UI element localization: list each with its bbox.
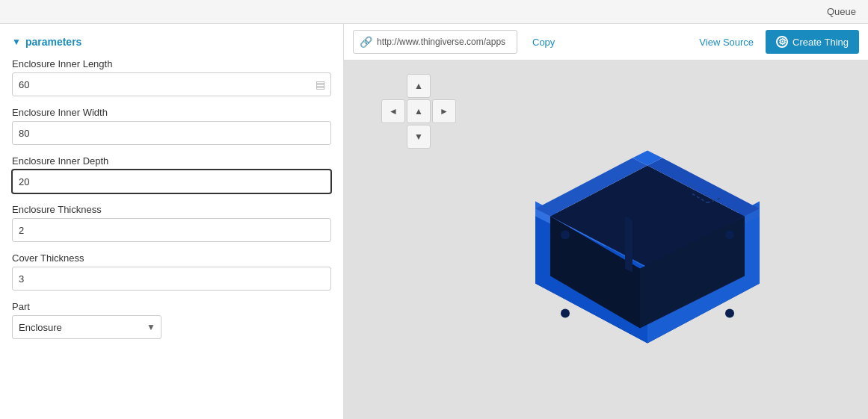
right-panel: 🔗 http://www.thingiverse.com/apps Copy V… (344, 24, 868, 419)
field-group-width: Enclosure Inner Width (12, 107, 331, 145)
svg-point-14 (561, 231, 570, 240)
nav-empty-3 (381, 125, 405, 149)
field-group-cover-thickness: Cover Thickness (12, 252, 331, 291)
nav-center-button[interactable]: ▲ (407, 99, 431, 123)
nav-right-button[interactable]: ► (432, 99, 456, 123)
parameters-label: parameters (25, 36, 82, 48)
label-enclosure-inner-width: Enclosure Inner Width (12, 107, 331, 118)
svg-point-15 (725, 231, 734, 240)
chevron-down-icon: ▼ (12, 37, 21, 47)
left-panel: ▼ parameters Enclosure Inner Length ▤ En… (0, 24, 344, 419)
viewport: ▲ ◄ ▲ ► ▼ (344, 60, 868, 419)
svg-point-16 (561, 309, 570, 318)
create-thing-label: Create Thing (792, 37, 849, 48)
url-box: 🔗 http://www.thingiverse.com/apps (353, 30, 517, 54)
enclosure-inner-depth-input[interactable] (12, 170, 331, 193)
svg-point-17 (725, 309, 734, 318)
create-thing-icon: ⚙ (776, 36, 788, 48)
toolbar-row: 🔗 http://www.thingiverse.com/apps Copy V… (344, 24, 868, 60)
part-select-wrapper: Enclosure Cover Both ▼ (12, 315, 161, 339)
label-enclosure-inner-length: Enclosure Inner Length (12, 58, 331, 69)
enclosure-thickness-input[interactable] (12, 218, 331, 242)
label-cover-thickness: Cover Thickness (12, 252, 331, 264)
part-select[interactable]: Enclosure Cover Both (12, 315, 161, 339)
url-text: http://www.thingiverse.com/apps (377, 37, 505, 47)
enclosure-inner-width-input[interactable] (12, 121, 331, 145)
main-layout: ▼ parameters Enclosure Inner Length ▤ En… (0, 24, 868, 419)
enclosure-inner-length-input[interactable] (12, 72, 331, 96)
view-source-button[interactable]: View Source (693, 34, 760, 51)
nav-left-button[interactable]: ◄ (381, 99, 405, 123)
queue-label: Queue (827, 6, 856, 17)
input-wrapper-length: ▤ (12, 72, 331, 96)
field-group-part: Part Enclosure Cover Both ▼ (12, 301, 331, 339)
label-enclosure-inner-depth: Enclosure Inner Depth (12, 155, 331, 167)
label-enclosure-thickness: Enclosure Thickness (12, 204, 331, 215)
nav-empty-4 (432, 125, 456, 149)
3d-model-view (475, 120, 789, 361)
field-group-length: Enclosure Inner Length ▤ (12, 58, 331, 96)
svg-marker-13 (625, 217, 632, 273)
link-icon: 🔗 (360, 36, 372, 48)
parameters-header[interactable]: ▼ parameters (12, 36, 331, 48)
cover-thickness-input[interactable] (12, 267, 331, 291)
create-thing-button[interactable]: ⚙ Create Thing (766, 30, 859, 54)
copy-button[interactable]: Copy (526, 34, 561, 51)
nav-down-button[interactable]: ▼ (407, 125, 431, 149)
field-group-depth: Enclosure Inner Depth (12, 155, 331, 193)
nav-empty-2 (432, 74, 456, 98)
field-group-thickness: Enclosure Thickness (12, 204, 331, 242)
nav-empty-1 (381, 74, 405, 98)
nav-arrows: ▲ ◄ ▲ ► ▼ (381, 74, 456, 149)
nav-up-button[interactable]: ▲ (407, 74, 431, 98)
label-part: Part (12, 301, 331, 312)
top-bar: Queue (0, 0, 868, 24)
